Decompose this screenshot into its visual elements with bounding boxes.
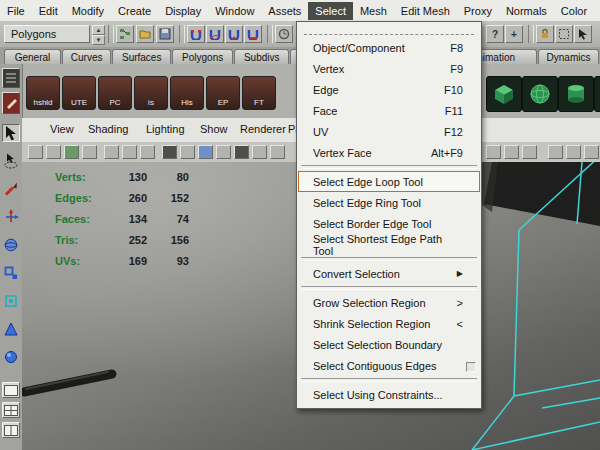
spinner-down-icon[interactable]: ▼ xyxy=(92,35,105,45)
viewport-toolbar-icon[interactable] xyxy=(180,145,195,159)
shelf-tab-dynamics[interactable]: Dynamics xyxy=(538,49,599,64)
shelf-button-6[interactable]: EP xyxy=(206,76,240,110)
panel-menu-shading[interactable]: Shading xyxy=(88,123,128,135)
construction-history-icon[interactable] xyxy=(275,25,293,43)
viewport-toolbar-icon[interactable] xyxy=(234,145,249,159)
hypergraph-icon[interactable] xyxy=(116,25,134,43)
menu-normals[interactable]: Normals xyxy=(499,2,554,20)
lock-icon[interactable] xyxy=(536,25,554,43)
poly-cube-shelf-icon[interactable] xyxy=(486,76,522,112)
viewport-toolbar-icon[interactable] xyxy=(270,145,285,159)
help-icon[interactable]: ? xyxy=(486,25,504,43)
shelf-tab-surfaces[interactable]: Surfaces xyxy=(112,49,171,64)
shelf-button-1[interactable]: hshld xyxy=(26,76,60,110)
menu-mesh[interactable]: Mesh xyxy=(353,2,394,20)
save-scene-icon[interactable] xyxy=(156,25,174,43)
menu-item-vertex-face[interactable]: Vertex Face Alt+F9 xyxy=(298,142,480,163)
menu-create-uvs[interactable]: Create UVs xyxy=(594,2,600,20)
menu-item-object-component[interactable]: Object/Component F8 xyxy=(298,37,480,58)
viewport-toolbar-icon[interactable] xyxy=(162,145,177,159)
menu-item-uv[interactable]: UV F12 xyxy=(298,121,480,142)
menu-item-select-border-edge-tool[interactable]: Select Border Edge Tool xyxy=(298,213,480,234)
layout-single-pane-button[interactable] xyxy=(2,382,20,398)
rotate-tool[interactable] xyxy=(2,236,20,254)
menu-edit-mesh[interactable]: Edit Mesh xyxy=(394,2,457,20)
menu-item-vertex[interactable]: Vertex F9 xyxy=(298,58,480,79)
menu-color[interactable]: Color xyxy=(554,2,594,20)
panel-menu-renderer[interactable]: Renderer xyxy=(240,123,286,135)
viewport-toolbar-icon[interactable] xyxy=(82,145,97,159)
menu-item-select-using-constraints[interactable]: Select Using Constraints... xyxy=(298,384,480,405)
option-box-icon[interactable] xyxy=(466,362,476,372)
group-divider[interactable] xyxy=(528,25,534,43)
menu-item-select-edge-loop-tool[interactable]: Select Edge Loop Tool xyxy=(298,171,480,192)
menu-file[interactable]: File xyxy=(0,2,32,20)
selection-marquee-icon[interactable] xyxy=(555,25,573,43)
menu-item-grow-selection-region[interactable]: Grow Selection Region > xyxy=(298,292,480,313)
viewport-toolbar-icon[interactable] xyxy=(522,145,537,159)
shelf-tab-polygons[interactable]: Polygons xyxy=(172,49,233,64)
menu-set-dropdown[interactable]: Polygons xyxy=(4,25,90,43)
layout-split-pane-button[interactable] xyxy=(2,422,20,438)
open-scene-icon[interactable] xyxy=(136,25,154,43)
viewport-toolbar-icon[interactable] xyxy=(28,145,43,159)
menu-item-shrink-selection-region[interactable]: Shrink Selection Region < xyxy=(298,313,480,334)
menu-select[interactable]: Select xyxy=(308,2,353,20)
viewport-toolbar-icon[interactable] xyxy=(104,145,119,159)
menu-item-select-selection-boundary[interactable]: Select Selection Boundary xyxy=(298,334,480,355)
shelf-button-2[interactable]: UTE xyxy=(62,76,96,110)
menu-assets[interactable]: Assets xyxy=(261,2,308,20)
shelf-tab-curves[interactable]: Curves xyxy=(62,49,111,64)
menu-item-select-shortest-edge-path-tool[interactable]: Select Shortest Edge Path Tool xyxy=(298,234,480,255)
viewport-toolbar-icon[interactable] xyxy=(216,145,231,159)
snap-to-grid-icon[interactable] xyxy=(187,25,205,43)
menu-modify[interactable]: Modify xyxy=(65,2,111,20)
menu-edit[interactable]: Edit xyxy=(32,2,65,20)
shelf-button-7[interactable]: FT xyxy=(242,76,276,110)
menu-set-spinner[interactable]: ▲ ▼ xyxy=(92,25,105,43)
panel-menu-view[interactable]: View xyxy=(50,123,74,135)
shelf-edit-button[interactable] xyxy=(2,92,20,114)
shelf-button-4[interactable]: is xyxy=(134,76,168,110)
menu-item-face[interactable]: Face F11 xyxy=(298,100,480,121)
lasso-select-tool[interactable] xyxy=(2,152,20,170)
viewport-toolbar-icon[interactable] xyxy=(566,145,581,159)
select-tool[interactable] xyxy=(2,124,20,142)
panel-menu-show[interactable]: Show xyxy=(200,123,228,135)
scale-tool[interactable] xyxy=(2,264,20,282)
viewport-toolbar-icon[interactable] xyxy=(504,145,519,159)
poly-cone-shelf-icon[interactable] xyxy=(594,76,600,112)
universal-manipulator-tool[interactable] xyxy=(2,292,20,310)
group-divider[interactable] xyxy=(179,25,185,43)
move-tool[interactable] xyxy=(2,208,20,226)
shelf-button-3[interactable]: PC xyxy=(98,76,132,110)
pointer-mode-icon[interactable] xyxy=(574,25,592,43)
menu-tearoff-handle[interactable] xyxy=(304,25,474,35)
snap-to-point-icon[interactable] xyxy=(225,25,243,43)
group-divider[interactable] xyxy=(267,25,273,43)
viewport-toolbar-icon[interactable] xyxy=(198,145,213,159)
shelf-button-5[interactable]: His xyxy=(170,76,204,110)
menu-item-convert-selection[interactable]: Convert Selection ▶ xyxy=(298,263,480,284)
snap-to-plane-icon[interactable] xyxy=(244,25,262,43)
spinner-up-icon[interactable]: ▲ xyxy=(92,25,105,35)
poly-sphere-shelf-icon[interactable] xyxy=(522,76,558,112)
group-divider[interactable] xyxy=(108,25,114,43)
menu-create[interactable]: Create xyxy=(111,2,158,20)
shelf-menu-button[interactable] xyxy=(2,68,20,88)
soft-mod-tool[interactable] xyxy=(2,320,20,338)
viewport-toolbar-icon[interactable] xyxy=(584,145,599,159)
menu-display[interactable]: Display xyxy=(158,2,208,20)
viewport-toolbar-icon[interactable] xyxy=(548,145,563,159)
shelf-tab-general[interactable]: General xyxy=(4,49,61,64)
paint-selection-tool[interactable] xyxy=(2,180,20,198)
poly-cylinder-shelf-icon[interactable] xyxy=(558,76,594,112)
menu-window[interactable]: Window xyxy=(208,2,261,20)
viewport-toolbar-icon[interactable] xyxy=(486,145,501,159)
viewport-toolbar-icon[interactable] xyxy=(122,145,137,159)
viewport-toolbar-icon[interactable] xyxy=(46,145,61,159)
add-attribute-icon[interactable]: + xyxy=(505,25,523,43)
panel-menu-lighting[interactable]: Lighting xyxy=(146,123,185,135)
menu-proxy[interactable]: Proxy xyxy=(457,2,499,20)
viewport-toolbar-icon[interactable] xyxy=(64,145,79,159)
